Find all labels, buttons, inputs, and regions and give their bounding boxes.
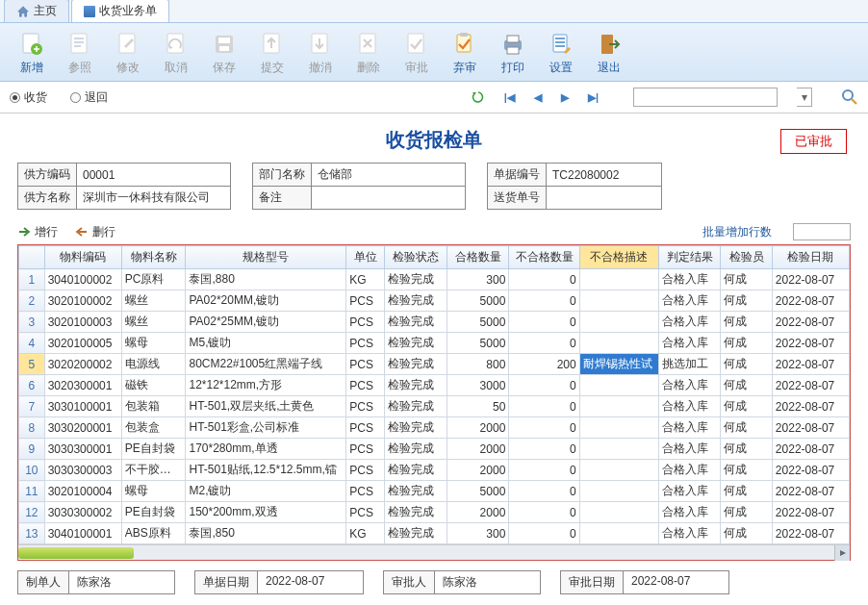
table-row[interactable]: 63020300001磁铁12*12*12mm,方形PCS检验完成30000合格…: [19, 375, 850, 396]
table-row[interactable]: 133040100001ABS原料泰国,850KG检验完成3000合格入库何成2…: [19, 523, 850, 544]
cell-ng-qty[interactable]: 0: [509, 290, 579, 312]
col-unit[interactable]: 单位: [346, 246, 385, 269]
cell-spec[interactable]: 80CM22#1005红黑端子线: [186, 354, 346, 375]
approver-value[interactable]: 陈家洛: [435, 570, 541, 594]
cell-mat-name[interactable]: 螺母: [121, 333, 186, 354]
cell-mat-name[interactable]: 电源线: [121, 354, 186, 375]
cell-mat-name[interactable]: PC原料: [121, 269, 186, 290]
cell-rownum[interactable]: 7: [19, 396, 45, 417]
supplier-name-value[interactable]: 深圳市一休科技有限公司: [77, 187, 231, 210]
cell-judge[interactable]: 合格入库: [658, 333, 721, 354]
refresh-icon[interactable]: [472, 90, 485, 104]
cell-inspector[interactable]: 何成: [721, 502, 772, 523]
cell-mat-code[interactable]: 3030300002: [44, 502, 121, 523]
cell-mat-name[interactable]: ABS原料: [121, 523, 186, 544]
cell-rownum[interactable]: 5: [19, 354, 45, 375]
col-mat-name[interactable]: 物料名称: [121, 246, 186, 269]
cell-inspector[interactable]: 何成: [721, 523, 772, 544]
cell-unit[interactable]: PCS: [346, 375, 385, 396]
nav-last-icon[interactable]: ▶|: [588, 91, 599, 104]
cell-rownum[interactable]: 4: [19, 333, 45, 354]
cell-insp-status[interactable]: 检验完成: [385, 417, 447, 439]
cell-insp-date[interactable]: 2022-08-07: [772, 439, 849, 460]
dept-value[interactable]: 仓储部: [312, 164, 466, 187]
tab-home[interactable]: 主页: [4, 0, 69, 22]
cell-insp-date[interactable]: 2022-08-07: [772, 269, 849, 290]
table-row[interactable]: 83030200001包装盒HT-501彩盒,公司标准PCS检验完成20000合…: [19, 417, 850, 439]
cell-mat-name[interactable]: PE自封袋: [121, 502, 186, 523]
cell-ok-qty[interactable]: 300: [447, 523, 509, 544]
nav-next-icon[interactable]: ▶: [561, 91, 569, 104]
maker-value[interactable]: 陈家洛: [69, 570, 175, 594]
cell-spec[interactable]: M5,镀叻: [186, 333, 346, 354]
cell-rownum[interactable]: 10: [19, 460, 45, 481]
cell-mat-name[interactable]: 螺母: [121, 481, 186, 502]
cell-rownum[interactable]: 13: [19, 523, 45, 544]
cell-judge[interactable]: 合格入库: [658, 439, 721, 460]
cell-rownum[interactable]: 11: [19, 481, 45, 502]
cell-inspector[interactable]: 何成: [721, 439, 772, 460]
cell-mat-name[interactable]: 包装盒: [121, 417, 186, 439]
cell-mat-code[interactable]: 3030300003: [44, 460, 121, 481]
cell-mat-code[interactable]: 3030100001: [44, 396, 121, 417]
cell-ok-qty[interactable]: 50: [447, 396, 509, 417]
ref-button[interactable]: 参照: [56, 27, 104, 79]
cell-insp-status[interactable]: 检验完成: [385, 481, 447, 502]
cell-ng-desc[interactable]: [579, 290, 658, 312]
cell-ng-qty[interactable]: 0: [509, 439, 579, 460]
nav-prev-icon[interactable]: ◀: [534, 91, 542, 104]
cell-ok-qty[interactable]: 5000: [447, 290, 509, 312]
cell-inspector[interactable]: 何成: [721, 375, 772, 396]
table-row[interactable]: 33020100003螺丝PA02*25MM,镀叻PCS检验完成50000合格入…: [19, 312, 850, 333]
cell-ng-desc[interactable]: [579, 396, 658, 417]
cell-judge[interactable]: 合格入库: [658, 269, 721, 290]
cell-unit[interactable]: PCS: [346, 460, 385, 481]
cell-ng-desc[interactable]: [579, 502, 658, 523]
cell-insp-status[interactable]: 检验完成: [385, 354, 447, 375]
new-button[interactable]: 新增: [8, 27, 56, 79]
save-button[interactable]: 保存: [200, 27, 248, 79]
remark-value[interactable]: [312, 187, 466, 210]
table-row[interactable]: 103030300003不干胶贴纸HT-501贴纸,12.5*12.5mm,镭P…: [19, 460, 850, 481]
cell-ok-qty[interactable]: 2000: [447, 417, 509, 439]
cell-mat-code[interactable]: 3020300001: [44, 375, 121, 396]
approve-date-value[interactable]: 2022-08-07: [624, 570, 729, 594]
cell-mat-name[interactable]: 螺丝: [121, 290, 186, 312]
col-rownum[interactable]: [19, 246, 45, 269]
radio-return[interactable]: 退回: [70, 89, 108, 106]
table-row[interactable]: 113020100004螺母M2,镀叻PCS检验完成50000合格入库何成202…: [19, 481, 850, 502]
cell-ng-qty[interactable]: 0: [509, 333, 579, 354]
col-mat-code[interactable]: 物料编码: [44, 246, 121, 269]
cell-ok-qty[interactable]: 5000: [447, 312, 509, 333]
cell-insp-status[interactable]: 检验完成: [385, 269, 447, 290]
reject-button[interactable]: 弃审: [441, 27, 489, 79]
cell-rownum[interactable]: 1: [19, 269, 45, 290]
print-button[interactable]: 打印: [489, 27, 537, 79]
cell-judge[interactable]: 挑选加工: [658, 354, 721, 375]
doc-date-value[interactable]: 2022-08-07: [258, 570, 364, 594]
cell-ng-desc[interactable]: 耐焊锡热性试: [579, 354, 658, 375]
setting-button[interactable]: 设置: [537, 27, 585, 79]
scroll-thumb[interactable]: [18, 547, 134, 559]
cell-insp-status[interactable]: 检验完成: [385, 312, 447, 333]
col-insp-date[interactable]: 检验日期: [772, 246, 849, 269]
cell-judge[interactable]: 合格入库: [658, 417, 721, 439]
cell-mat-name[interactable]: 不干胶贴纸: [121, 460, 186, 481]
cell-unit[interactable]: PCS: [346, 502, 385, 523]
cell-inspector[interactable]: 何成: [721, 460, 772, 481]
cell-inspector[interactable]: 何成: [721, 481, 772, 502]
cell-ng-desc[interactable]: [579, 375, 658, 396]
deliver-no-value[interactable]: [547, 187, 662, 210]
cell-judge[interactable]: 合格入库: [658, 460, 721, 481]
cell-unit[interactable]: PCS: [346, 481, 385, 502]
cell-inspector[interactable]: 何成: [721, 417, 772, 439]
delete-button[interactable]: 删除: [345, 27, 393, 79]
cell-insp-date[interactable]: 2022-08-07: [772, 460, 849, 481]
cell-mat-code[interactable]: 3040100001: [44, 523, 121, 544]
col-insp-status[interactable]: 检验状态: [385, 246, 447, 269]
cell-ng-desc[interactable]: [579, 269, 658, 290]
cell-insp-date[interactable]: 2022-08-07: [772, 312, 849, 333]
cell-rownum[interactable]: 9: [19, 439, 45, 460]
revoke-button[interactable]: 撤消: [296, 27, 345, 79]
cell-ng-desc[interactable]: [579, 333, 658, 354]
